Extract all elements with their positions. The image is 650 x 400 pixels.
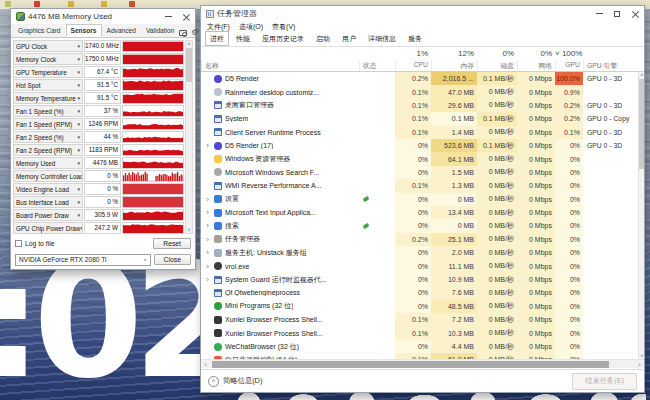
table-row[interactable]: Client Server Runtime Process0.1%1.4 MB0… [201, 126, 638, 139]
expander-icon[interactable]: › [204, 221, 211, 230]
process-name-cell: D5 Render [201, 72, 359, 85]
expander-icon[interactable]: › [204, 208, 211, 217]
horizontal-scrollbar[interactable]: ‹ › [201, 359, 644, 368]
table-row[interactable]: WMI Reverse Performance A...0.1%1.3 MB0 … [201, 179, 638, 192]
sensor-label-dropdown[interactable]: Fan 2 Speed (RPM)▾ [13, 144, 83, 156]
fewer-details-chevron-icon[interactable]: ˄ [208, 376, 219, 387]
sensor-label-dropdown[interactable]: Video Engine Load▾ [13, 183, 83, 195]
gear-icon[interactable]: ⚙ [191, 29, 198, 37]
tab-应用历史记录[interactable]: 应用历史记录 [257, 31, 309, 46]
tab-进程[interactable]: 进程 [205, 31, 229, 46]
tab-graphics-card[interactable]: Graphics Card [13, 24, 66, 37]
table-row[interactable]: Xunlei Browser Process Shell...0.1%10.3 … [201, 326, 638, 339]
sensor-label-dropdown[interactable]: Board Power Draw▾ [13, 209, 83, 221]
sensor-label-dropdown[interactable]: GPU Temperature▾ [13, 66, 83, 78]
maximize-button[interactable] [608, 6, 626, 21]
column-header-engine[interactable]: GPU 引擎 [583, 60, 638, 71]
tab-性能[interactable]: 性能 [231, 31, 255, 46]
sensor-label-dropdown[interactable]: Fan 1 Speed (RPM)▾ [13, 118, 83, 130]
expander-icon[interactable]: › [204, 248, 211, 257]
table-row[interactable]: Xunlei Browser Process Shell...0.1%7.2 M… [201, 313, 638, 326]
scroll-left-icon[interactable]: ‹ [201, 361, 210, 367]
scroll-up-icon[interactable]: ˄ [641, 72, 644, 78]
scrollbar-thumb[interactable] [212, 361, 609, 368]
cell-gpu: 0% [555, 219, 583, 232]
process-name: Xunlei Browser Process Shell... [225, 330, 323, 337]
vertical-scrollbar[interactable]: ˄ ˅ [638, 72, 644, 359]
table-row[interactable]: ›D5 Render (17)0%523.6 MB0.1 MB/秒0 Mbps0… [201, 139, 638, 152]
reset-button[interactable]: Reset [153, 238, 191, 249]
scrollbar-thumb[interactable] [639, 79, 644, 169]
sensor-label-dropdown[interactable]: Fan 1 Speed (%)▾ [13, 105, 83, 117]
sensor-value: 247.2 W [84, 222, 121, 234]
tab-validation[interactable]: Validation [141, 24, 179, 37]
sensor-label-dropdown[interactable]: Hot Spot▾ [13, 79, 83, 91]
gpuz-titlebar[interactable]: 4476 MB Memory Used [11, 9, 195, 24]
table-row[interactable]: Rainmeter desktop customiz...0.1%47.0 MB… [201, 85, 638, 98]
scroll-right-icon[interactable]: › [635, 361, 644, 367]
table-row[interactable]: ›设置0%0 MB0 MB/秒0 Mbps0% [201, 193, 638, 206]
column-header-name[interactable]: 名称 [201, 60, 359, 71]
column-header-status[interactable]: 状态 [359, 60, 395, 71]
table-row[interactable]: Qt Qtwebengineprocess0%7.6 MB0 MB/秒0 Mbp… [201, 286, 638, 299]
column-header-gpu[interactable]: GPU [555, 60, 583, 71]
table-row[interactable]: D5 Render0.2%2,016.5 ...0.1 MB/秒0 Mbps10… [201, 72, 638, 85]
fewer-details-toggle[interactable]: 简略信息(D) [223, 376, 262, 386]
expander-icon[interactable]: › [204, 275, 211, 284]
tab-sensors[interactable]: Sensors [66, 24, 102, 37]
column-header-net[interactable]: 网络 [517, 60, 555, 71]
sensor-label-dropdown[interactable]: Bus Interface Load▾ [13, 196, 83, 208]
scrollbar-thumb[interactable] [186, 48, 192, 82]
close-button[interactable] [626, 6, 644, 21]
minimize-button[interactable] [159, 9, 177, 24]
table-row[interactable]: ›Microsoft Text Input Applica...0%13.4 M… [201, 206, 638, 219]
expander-icon[interactable]: › [204, 195, 211, 204]
gpu-selector-dropdown[interactable]: NVIDIA GeForce RTX 2080 Ti ˅ [15, 254, 151, 266]
expander-icon[interactable]: › [204, 235, 211, 244]
sensor-label-dropdown[interactable]: Memory Temperature▾ [13, 92, 83, 104]
table-row[interactable]: Mini Programs (32 位)0%48.5 MB0 MB/秒0 Mbp… [201, 300, 638, 313]
column-header-cpu[interactable]: CPU [395, 60, 431, 71]
tab-用户[interactable]: 用户 [337, 31, 361, 46]
cell-cpu: 0% [395, 152, 431, 165]
end-task-button[interactable]: 结束任务(E) [572, 373, 637, 390]
process-name: System [225, 115, 248, 122]
table-row[interactable]: Microsoft Windows Search F...0%1.5 MB0 M… [201, 166, 638, 179]
tab-启动[interactable]: 启动 [311, 31, 335, 46]
tab-advanced[interactable]: Advanced [102, 24, 141, 37]
camera-icon[interactable] [179, 30, 187, 36]
sensor-label-dropdown[interactable]: GPU Chip Power Draw▾ [13, 222, 83, 234]
minimize-button[interactable] [590, 6, 608, 21]
tab-服务[interactable]: 服务 [403, 31, 427, 46]
table-row[interactable]: ›任务管理器0.2%25.1 MB0 MB/秒0 Mbps0% [201, 233, 638, 246]
table-row[interactable]: WeChatBrowser (32 位)0%4.4 MB0 MB/秒0 Mbps… [201, 340, 638, 353]
table-row[interactable]: ›搜索0%0 MB0 MB/秒0 Mbps0% [201, 219, 638, 232]
table-row[interactable]: ›服务主机: Unistack 服务组0%2.0 MB0 MB/秒0 Mbps0… [201, 246, 638, 259]
taskmgr-titlebar[interactable]: 任务管理器 [201, 6, 644, 21]
expander-icon[interactable]: › [204, 141, 211, 150]
table-row[interactable]: Windows 资源管理器0%64.1 MB0 MB/秒0 Mbps0% [201, 152, 638, 165]
log-to-file-checkbox[interactable] [15, 240, 22, 247]
column-header-mem[interactable]: 内存 [431, 60, 477, 71]
process-status-cell [359, 219, 395, 232]
table-row[interactable]: ›System Guard 运行时监视器代...0%10.9 MB0 MB/秒0… [201, 273, 638, 286]
cell-disk: 0 MB/秒 [477, 99, 517, 112]
sensor-label-dropdown[interactable]: GPU Clock▾ [13, 40, 83, 52]
scroll-down-icon[interactable]: ˅ [188, 227, 191, 233]
close-button[interactable] [177, 9, 195, 24]
scroll-up-icon[interactable]: ˄ [188, 41, 191, 47]
gpuz-close-button[interactable]: Close [154, 254, 191, 265]
sensor-label-dropdown[interactable]: Memory Used▾ [13, 157, 83, 169]
table-row[interactable]: ›vrol.exe0%11.1 MB0 MB/秒0 Mbps0% [201, 259, 638, 272]
gpuz-scrollbar[interactable]: ˄ ˅ [185, 40, 193, 234]
tab-详细信息[interactable]: 详细信息 [363, 31, 401, 46]
sensor-label-dropdown[interactable]: Memory Clock▾ [13, 53, 83, 65]
table-row[interactable]: 桌面窗口管理器0.1%29.6 MB0 MB/秒0 Mbps0.2%GPU 0 … [201, 99, 638, 112]
cell-gpu: 0% [555, 313, 583, 326]
column-header-disk[interactable]: 磁盘 [477, 60, 517, 71]
sensor-label-dropdown[interactable]: Fan 2 Speed (%)▾ [13, 131, 83, 143]
process-name: Qt Qtwebengineprocess [225, 289, 300, 296]
sensor-label-dropdown[interactable]: Memory Controller Load▾ [13, 170, 83, 182]
table-row[interactable]: System0.1%0.1 MB0.1 MB/秒0 Mbps0.2%GPU 0 … [201, 112, 638, 125]
expander-icon[interactable]: › [204, 262, 211, 271]
